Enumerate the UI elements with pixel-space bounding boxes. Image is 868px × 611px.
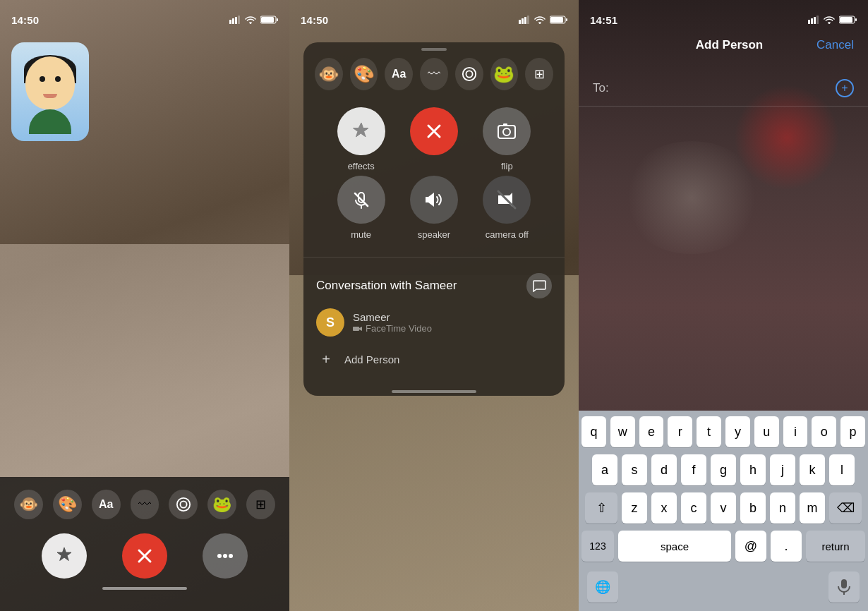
key-v[interactable]: v bbox=[711, 492, 736, 524]
svg-point-11 bbox=[217, 554, 222, 558]
effects-button-2[interactable] bbox=[337, 107, 385, 155]
key-f[interactable]: f bbox=[681, 454, 706, 485]
sheet-divider bbox=[303, 257, 565, 258]
key-m[interactable]: m bbox=[800, 492, 825, 524]
memoji-figure bbox=[18, 49, 82, 134]
effect-sticker[interactable]: ⊞ bbox=[246, 490, 275, 519]
key-x[interactable]: x bbox=[651, 492, 677, 524]
at-key[interactable]: @ bbox=[735, 531, 766, 562]
key-i[interactable]: i bbox=[783, 416, 808, 447]
cancel-button[interactable]: Cancel bbox=[816, 38, 854, 52]
key-r[interactable]: r bbox=[668, 416, 692, 447]
key-w[interactable]: w bbox=[610, 416, 635, 447]
memoji-eye-right bbox=[55, 76, 61, 82]
key-p[interactable]: p bbox=[840, 416, 865, 447]
more-button-1[interactable] bbox=[203, 533, 248, 579]
effect2-target[interactable] bbox=[455, 58, 483, 90]
key-c[interactable]: c bbox=[681, 492, 706, 524]
effects-button-group: effects bbox=[337, 107, 385, 171]
numbers-key[interactable]: 123 bbox=[581, 531, 614, 562]
keyboard-bottom-bar: 🌐 bbox=[581, 569, 865, 608]
end-call-button-1[interactable] bbox=[122, 533, 167, 579]
time-2: 14:50 bbox=[301, 14, 328, 26]
svg-rect-14 bbox=[519, 20, 521, 24]
key-t[interactable]: t bbox=[697, 416, 721, 447]
effect2-monkey[interactable]: 🐵 bbox=[315, 58, 343, 90]
delete-key[interactable]: ⌫ bbox=[829, 492, 862, 524]
key-s[interactable]: s bbox=[622, 454, 647, 485]
camera-off-button[interactable] bbox=[483, 176, 531, 224]
speaker-button[interactable] bbox=[410, 176, 458, 224]
key-b[interactable]: b bbox=[740, 492, 766, 524]
effect-target[interactable] bbox=[169, 490, 198, 519]
add-contact-button[interactable]: + bbox=[836, 79, 854, 97]
key-q[interactable]: q bbox=[581, 416, 606, 447]
svg-rect-33 bbox=[811, 18, 813, 24]
effect2-frog[interactable]: 🐸 bbox=[490, 58, 519, 90]
memoji-display bbox=[11, 42, 89, 141]
memoji-mouth bbox=[43, 94, 57, 98]
svg-point-26 bbox=[503, 128, 510, 135]
end-call-button-2[interactable] bbox=[410, 107, 458, 155]
panel-facetime-call: 14:50 🐵 🎨 A bbox=[0, 0, 289, 611]
status-icons-3 bbox=[808, 16, 857, 24]
effect2-draw[interactable]: 〰 bbox=[420, 58, 448, 90]
effect2-sticker[interactable]: ⊞ bbox=[525, 58, 553, 90]
status-bar-2: 14:50 bbox=[289, 0, 579, 31]
globe-key[interactable]: 🌐 bbox=[587, 571, 618, 603]
conversation-header: Conversation with Sameer bbox=[316, 273, 552, 298]
key-z[interactable]: z bbox=[622, 492, 647, 524]
panel-add-person: 14:51 Add Person Cancel To: + q w e r t … bbox=[579, 0, 868, 611]
effect-monkey[interactable]: 🐵 bbox=[14, 490, 43, 519]
flip-button[interactable] bbox=[483, 107, 531, 155]
mute-label: mute bbox=[351, 229, 371, 240]
effect-draw[interactable]: 〰 bbox=[131, 490, 159, 519]
effect2-text[interactable]: Aa bbox=[385, 58, 413, 90]
key-g[interactable]: g bbox=[711, 454, 736, 485]
contact-sub: FaceTime Video bbox=[353, 323, 432, 334]
space-key[interactable]: space bbox=[618, 531, 731, 562]
dot-key[interactable]: . bbox=[771, 531, 802, 562]
effects-button-1[interactable] bbox=[42, 533, 87, 579]
flip-label: flip bbox=[501, 161, 513, 171]
key-u[interactable]: u bbox=[754, 416, 779, 447]
keyboard-row-1: q w e r t y u i o p bbox=[581, 416, 865, 447]
status-icons-1 bbox=[229, 16, 278, 24]
mic-key[interactable] bbox=[828, 571, 860, 603]
key-h[interactable]: h bbox=[740, 454, 766, 485]
speaker-label: speaker bbox=[418, 229, 450, 240]
action-buttons-1 bbox=[0, 525, 289, 584]
effect-color[interactable]: 🎨 bbox=[53, 490, 82, 519]
effects-tray-1: 🐵 🎨 Aa 〰 🐸 ⊞ bbox=[0, 484, 289, 525]
effect-text[interactable]: Aa bbox=[92, 490, 121, 519]
mute-button-group: mute bbox=[337, 176, 385, 240]
svg-rect-39 bbox=[841, 579, 847, 588]
key-a[interactable]: a bbox=[592, 454, 617, 485]
svg-rect-15 bbox=[522, 18, 524, 24]
message-button[interactable] bbox=[526, 273, 552, 298]
add-person-row[interactable]: + Add Person bbox=[316, 346, 552, 372]
effect-frog[interactable]: 🐸 bbox=[207, 490, 236, 519]
contact-name: Sameer bbox=[353, 311, 432, 323]
bottom-controls-1: 🐵 🎨 Aa 〰 🐸 ⊞ bbox=[0, 477, 289, 611]
key-e[interactable]: e bbox=[639, 416, 664, 447]
key-k[interactable]: k bbox=[800, 454, 825, 485]
status-icons-2 bbox=[519, 16, 567, 24]
key-y[interactable]: y bbox=[725, 416, 750, 447]
shift-key[interactable]: ⇧ bbox=[585, 492, 617, 524]
key-o[interactable]: o bbox=[812, 416, 836, 447]
mute-button[interactable] bbox=[337, 176, 385, 224]
key-l[interactable]: l bbox=[829, 454, 855, 485]
return-key[interactable]: return bbox=[806, 531, 865, 562]
key-n[interactable]: n bbox=[770, 492, 795, 524]
key-d[interactable]: d bbox=[651, 454, 677, 485]
contact-avatar-sameer: S bbox=[316, 308, 344, 337]
status-bar-1: 14:50 bbox=[0, 0, 289, 31]
sheet-drag-handle bbox=[421, 48, 447, 51]
effects-tray-2: 🐵 🎨 Aa 〰 🐸 ⊞ bbox=[303, 54, 565, 97]
effect2-color[interactable]: 🎨 bbox=[350, 58, 378, 90]
key-j[interactable]: j bbox=[770, 454, 795, 485]
svg-rect-3 bbox=[238, 16, 240, 24]
self-avatar bbox=[11, 42, 89, 141]
call-buttons-top: effects end bbox=[303, 97, 565, 176]
